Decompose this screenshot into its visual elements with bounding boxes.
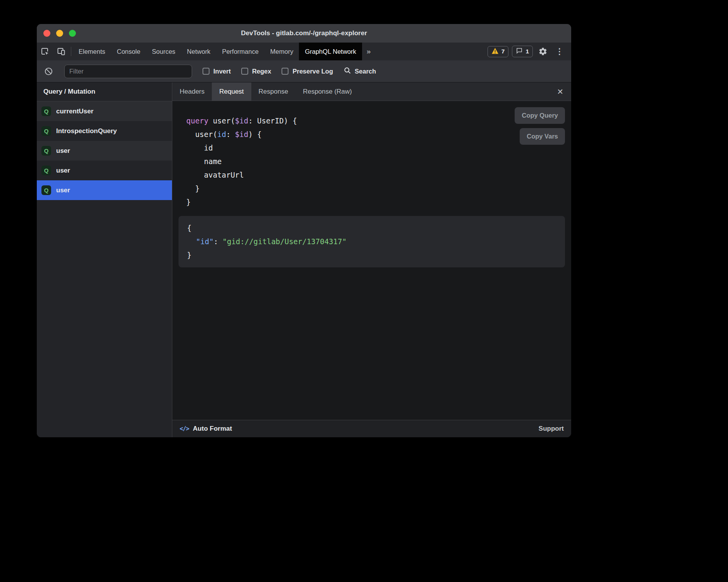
- devtools-window: DevTools - gitlab.com/-/graphql-explorer…: [37, 24, 571, 437]
- copy-vars-button[interactable]: Copy Vars: [520, 128, 565, 145]
- main-split: Query / Mutation Q currentUser Q Introsp…: [37, 82, 571, 437]
- query-name: user: [56, 167, 70, 175]
- checkbox-box: [203, 68, 209, 75]
- query-list-item-introspectionquery[interactable]: Q IntrospectionQuery: [37, 121, 172, 141]
- query-list-item-user-1[interactable]: Q user: [37, 141, 172, 161]
- tab-network[interactable]: Network: [181, 43, 216, 60]
- close-panel-icon[interactable]: ✕: [557, 87, 563, 96]
- detail-footer: </> Auto Format Support: [172, 420, 571, 437]
- query-type-badge: Q: [41, 146, 51, 156]
- auto-format-label: Auto Format: [193, 425, 232, 433]
- tab-console[interactable]: Console: [111, 43, 146, 60]
- tab-graphql-network[interactable]: GraphQL Network: [299, 43, 362, 60]
- close-window-button[interactable]: [43, 30, 50, 37]
- tab-elements[interactable]: Elements: [73, 43, 111, 60]
- query-name: user: [56, 147, 70, 155]
- window-controls: [43, 30, 76, 37]
- issues-badge[interactable]: 1: [512, 46, 533, 57]
- tab-response[interactable]: Response: [251, 82, 296, 101]
- tab-performance[interactable]: Performance: [216, 43, 264, 60]
- request-detail-panel: Headers Request Response Response (Raw) …: [172, 82, 571, 437]
- query-type-badge: Q: [41, 185, 51, 195]
- inspect-element-icon[interactable]: [37, 43, 53, 60]
- network-toolbar: Invert Regex Preserve Log Search: [37, 60, 571, 82]
- search-label: Search: [355, 68, 376, 75]
- titlebar: DevTools - gitlab.com/-/graphql-explorer: [37, 24, 571, 43]
- devtools-tabbar: Elements Console Sources Network Perform…: [37, 43, 571, 60]
- tab-memory[interactable]: Memory: [264, 43, 299, 60]
- settings-gear-icon[interactable]: [536, 47, 549, 56]
- warnings-badge[interactable]: 7: [488, 46, 509, 57]
- checkbox-box: [282, 68, 288, 75]
- graphql-variables-box: { "id": "gid://gitlab/User/13704317"}: [179, 216, 565, 267]
- minimize-window-button[interactable]: [56, 30, 63, 37]
- invert-checkbox[interactable]: Invert: [203, 68, 231, 75]
- query-type-badge: Q: [41, 126, 51, 136]
- tab-sources[interactable]: Sources: [146, 43, 181, 60]
- query-name: user: [56, 187, 70, 194]
- preserve-log-checkbox[interactable]: Preserve Log: [282, 68, 333, 75]
- warning-count: 7: [501, 48, 505, 55]
- query-list-item-currentuser[interactable]: Q currentUser: [37, 101, 172, 121]
- clear-requests-icon[interactable]: [44, 67, 53, 76]
- divider: [71, 47, 71, 56]
- zoom-window-button[interactable]: [69, 30, 76, 37]
- tab-request[interactable]: Request: [212, 82, 251, 101]
- query-list-item-user-3-selected[interactable]: Q user: [37, 180, 172, 200]
- issue-count: 1: [525, 48, 529, 55]
- checkbox-box: [241, 68, 248, 75]
- regex-label: Regex: [252, 68, 271, 75]
- graphql-query-code: query user($id: UserID) { user(id: $id) …: [172, 101, 571, 209]
- query-type-badge: Q: [41, 166, 51, 175]
- regex-checkbox[interactable]: Regex: [241, 68, 271, 75]
- window-title: DevTools - gitlab.com/-/graphql-explorer: [37, 29, 571, 37]
- copy-query-button[interactable]: Copy Query: [515, 107, 565, 124]
- more-options-icon[interactable]: ⋮: [553, 47, 566, 56]
- message-bubble-icon: [516, 47, 523, 56]
- auto-format-button[interactable]: </> Auto Format: [180, 425, 232, 433]
- detail-tabbar: Headers Request Response Response (Raw) …: [172, 82, 571, 101]
- search-icon: [343, 67, 351, 76]
- warning-icon: [491, 48, 499, 56]
- query-list-item-user-2[interactable]: Q user: [37, 161, 172, 180]
- tab-headers[interactable]: Headers: [172, 82, 212, 101]
- copy-buttons: Copy Query Copy Vars: [515, 107, 565, 145]
- tabbar-right-controls: 7 1 ⋮: [488, 43, 571, 60]
- code-icon: </>: [180, 425, 189, 432]
- preserve-log-label: Preserve Log: [292, 68, 333, 75]
- query-list-panel: Query / Mutation Q currentUser Q Introsp…: [37, 82, 172, 437]
- invert-label: Invert: [213, 68, 231, 75]
- support-link[interactable]: Support: [539, 425, 564, 433]
- query-list-header: Query / Mutation: [37, 82, 172, 101]
- filter-input[interactable]: [64, 65, 192, 78]
- device-toolbar-icon[interactable]: [53, 43, 69, 60]
- tab-response-raw[interactable]: Response (Raw): [295, 82, 359, 101]
- query-type-badge: Q: [41, 106, 51, 116]
- query-name: IntrospectionQuery: [56, 127, 117, 135]
- query-name: currentUser: [56, 108, 93, 115]
- search-button[interactable]: Search: [343, 67, 376, 76]
- more-tabs-button[interactable]: »: [362, 43, 376, 60]
- request-content: Copy Query Copy Vars query user($id: Use…: [172, 101, 571, 420]
